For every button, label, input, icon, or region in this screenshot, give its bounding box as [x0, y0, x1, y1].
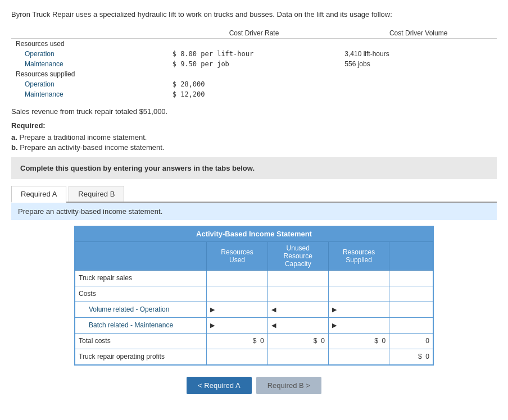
batch-supplied-input[interactable] — [338, 321, 381, 329]
next-button[interactable]: Required B > — [256, 377, 321, 394]
table-row-batch-maintenance: Batch related - Maintenance ▶ ◀ ▶ — [75, 317, 433, 333]
total-val-4: 0 — [425, 337, 429, 345]
sales-total-input[interactable] — [393, 274, 429, 282]
profit-ru-input[interactable] — [210, 353, 264, 360]
total-val-2: 0 — [321, 337, 325, 345]
batch-resources-used-input[interactable] — [217, 321, 260, 329]
costs-total-input[interactable] — [393, 290, 429, 298]
activity-table-title: Activity-Based Income Statement — [75, 226, 433, 241]
costs-supplied-input[interactable] — [332, 290, 385, 298]
tab-required-b[interactable]: Required B — [69, 186, 124, 202]
req-item-a: a. Prepare a traditional income statemen… — [11, 133, 497, 141]
total-val-3: 0 — [382, 337, 386, 345]
table-row-volume-operation: Volume related - Operation ▶ ◀ ▶ — [75, 302, 433, 317]
sales-resources-used-input[interactable] — [210, 274, 264, 282]
marker-vol-op-2: ◀ — [271, 306, 276, 313]
table-row-sales: Truck repair sales — [75, 270, 433, 286]
marker-batch-3: ▶ — [332, 322, 337, 328]
sales-supplied-input[interactable] — [332, 274, 385, 282]
batch-unused-input[interactable] — [278, 321, 320, 329]
table-row: Maintenance $ 9.50 per job 556 jobs — [11, 59, 497, 69]
table-row: Resources used — [11, 38, 497, 49]
profit-val: 0 — [425, 353, 429, 360]
activity-table-header: ResourcesUsed UnusedResourceCapacity Res… — [75, 241, 433, 270]
marker-batch-2: ◀ — [271, 322, 276, 328]
vol-op-total-input[interactable] — [393, 305, 429, 313]
table-row-profits: Truck repair operating profits $ 0 — [75, 349, 433, 364]
required-title: Required: — [11, 121, 497, 130]
total-dollar-1: $ — [253, 337, 257, 345]
table-row: Maintenance $ 12,200 — [11, 89, 497, 99]
sales-text: Sales revenue from truck repair totaled … — [11, 107, 497, 116]
data-table: Cost Driver Rate Cost Driver Volume Reso… — [11, 28, 497, 99]
costs-unused-input[interactable] — [271, 290, 325, 298]
tab-required-a[interactable]: Required A — [11, 186, 66, 203]
col1-header: Cost Driver Rate — [168, 28, 341, 39]
marker-vol-op-1: ▶ — [210, 306, 215, 313]
col2-header: Cost Driver Volume — [340, 28, 497, 39]
vol-op-unused-input[interactable] — [278, 305, 320, 313]
table-row-costs: Costs — [75, 286, 433, 302]
vol-op-supplied-input[interactable] — [338, 305, 381, 313]
batch-total-input[interactable] — [393, 321, 429, 329]
activity-table: ResourcesUsed UnusedResourceCapacity Res… — [75, 241, 433, 365]
intro-text: Byron Truck Repair uses a specialized hy… — [11, 9, 497, 20]
marker-vol-op-3: ▶ — [332, 306, 337, 313]
table-row: Operation $ 28,000 — [11, 79, 497, 89]
profit-dollar: $ — [418, 353, 422, 360]
profit-un-input[interactable] — [271, 353, 325, 360]
table-row-total-costs: Total costs $ 0 $ 0 $ 0 0 — [75, 333, 433, 349]
table-row: Operation $ 8.00 per lift-hour 3,410 lif… — [11, 49, 497, 59]
required-section: Required: a. Prepare a traditional incom… — [11, 121, 497, 152]
prepare-text: Prepare an activity-based income stateme… — [11, 203, 497, 220]
tabs-row: Required A Required B — [11, 186, 497, 203]
prev-button[interactable]: < Required A — [187, 377, 252, 394]
total-val-1: 0 — [260, 337, 264, 345]
marker-batch-1: ▶ — [210, 322, 215, 328]
total-dollar-3: $ — [374, 337, 378, 345]
vol-op-resources-used-input[interactable] — [217, 305, 260, 313]
header-resources-supplied: ResourcesSupplied — [328, 241, 389, 270]
complete-box: Complete this question by entering your … — [11, 157, 497, 179]
activity-table-wrap: Activity-Based Income Statement Resource… — [74, 226, 434, 366]
bottom-nav: < Required A Required B > — [11, 377, 497, 394]
profit-rs-input[interactable] — [332, 353, 385, 360]
header-resources-used: ResourcesUsed — [207, 241, 267, 270]
total-dollar-2: $ — [314, 337, 318, 345]
sales-unused-input[interactable] — [271, 274, 325, 282]
table-row: Resources supplied — [11, 69, 497, 79]
req-item-b: b. Prepare an activity-based income stat… — [11, 143, 497, 152]
header-unused-resource: UnusedResourceCapacity — [267, 241, 328, 270]
costs-resources-used-input[interactable] — [210, 290, 264, 298]
